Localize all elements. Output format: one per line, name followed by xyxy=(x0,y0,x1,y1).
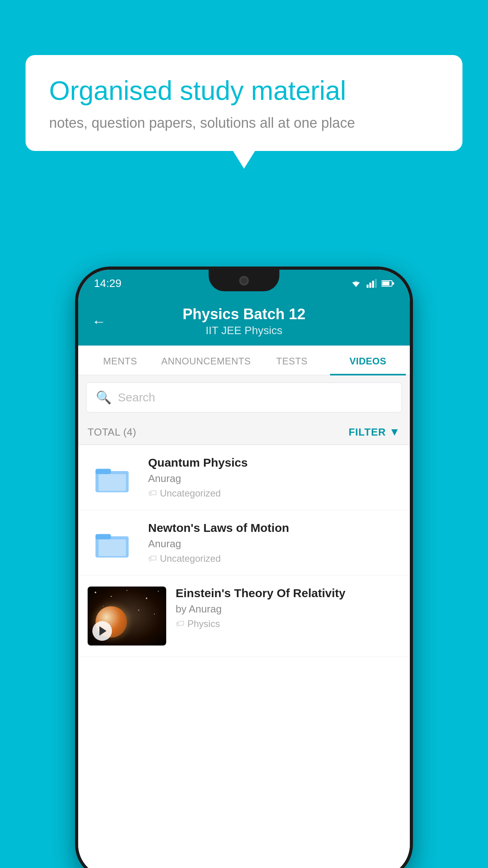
svg-point-19 xyxy=(146,598,147,599)
tag-icon: 🏷 xyxy=(148,488,157,498)
svg-rect-3 xyxy=(367,285,369,288)
tab-videos[interactable]: VIDEOS xyxy=(330,346,406,375)
status-icons xyxy=(350,279,394,288)
tag-label: Uncategorized xyxy=(160,488,221,499)
filter-button[interactable]: FILTER ▼ xyxy=(349,426,400,438)
svg-rect-9 xyxy=(393,282,394,285)
item-thumbnail xyxy=(88,458,139,497)
header-subtitle: IIT JEE Physics xyxy=(205,324,283,337)
bubble-title: Organised study material xyxy=(49,75,439,107)
search-placeholder: Search xyxy=(118,391,155,404)
svg-rect-14 xyxy=(95,534,111,539)
wifi-icon xyxy=(350,279,362,288)
list-item[interactable]: Quantum Physics Anurag 🏷 Uncategorized xyxy=(78,445,410,510)
signal-icon xyxy=(367,279,377,288)
item-thumbnail xyxy=(88,523,139,563)
filter-icon: ▼ xyxy=(389,426,400,438)
tab-ments[interactable]: MENTS xyxy=(82,346,158,375)
svg-point-17 xyxy=(111,596,112,597)
svg-rect-11 xyxy=(95,469,111,474)
svg-rect-15 xyxy=(99,539,126,556)
tab-tests[interactable]: TESTS xyxy=(254,346,330,375)
item-tag: 🏷 Uncategorized xyxy=(148,488,400,499)
item-tag: 🏷 Physics xyxy=(176,618,400,629)
svg-rect-6 xyxy=(375,279,377,288)
play-triangle-icon xyxy=(99,626,106,636)
phone-notch xyxy=(209,270,279,291)
svg-point-22 xyxy=(138,610,139,611)
camera xyxy=(239,276,249,285)
tag-icon: 🏷 xyxy=(176,619,184,629)
svg-point-18 xyxy=(127,590,127,591)
svg-rect-4 xyxy=(369,283,371,288)
svg-rect-8 xyxy=(382,281,389,285)
item-info: Einstein's Theory Of Relativity by Anura… xyxy=(176,587,400,629)
tag-label: Uncategorized xyxy=(160,553,221,564)
filter-row: TOTAL (4) FILTER ▼ xyxy=(78,419,410,445)
item-author: Anurag xyxy=(148,538,400,550)
list-item[interactable]: Newton's Laws of Motion Anurag 🏷 Uncateg… xyxy=(78,510,410,576)
item-info: Quantum Physics Anurag 🏷 Uncategorized xyxy=(148,456,400,499)
item-title: Einstein's Theory Of Relativity xyxy=(176,587,400,600)
app-header: ← Physics Batch 12 IIT JEE Physics xyxy=(78,297,410,346)
svg-point-23 xyxy=(154,614,155,614)
bubble-subtitle: notes, question papers, solutions all at… xyxy=(49,115,439,131)
svg-rect-12 xyxy=(99,474,126,491)
item-info: Newton's Laws of Motion Anurag 🏷 Uncateg… xyxy=(148,521,400,564)
search-container: 🔍 Search xyxy=(78,375,410,419)
tab-announcements[interactable]: ANNOUNCEMENTS xyxy=(158,346,254,375)
search-bar[interactable]: 🔍 Search xyxy=(86,383,402,412)
video-list: Quantum Physics Anurag 🏷 Uncategorized xyxy=(78,445,410,868)
svg-point-20 xyxy=(158,591,159,592)
tag-icon: 🏷 xyxy=(148,554,157,564)
filter-label: FILTER xyxy=(349,426,386,438)
speech-bubble: Organised study material notes, question… xyxy=(26,55,462,151)
phone-frame: 14:29 xyxy=(75,267,413,868)
svg-point-16 xyxy=(95,592,96,593)
total-count: TOTAL (4) xyxy=(88,426,136,438)
play-button[interactable] xyxy=(92,621,112,641)
item-title: Newton's Laws of Motion xyxy=(148,521,400,535)
svg-rect-5 xyxy=(372,281,374,288)
folder-icon xyxy=(92,460,135,495)
status-time: 14:29 xyxy=(94,277,121,290)
video-thumbnail xyxy=(88,587,166,645)
folder-icon xyxy=(92,525,135,561)
list-item[interactable]: Einstein's Theory Of Relativity by Anura… xyxy=(78,576,410,657)
item-tag: 🏷 Uncategorized xyxy=(148,553,400,564)
item-title: Quantum Physics xyxy=(148,456,400,469)
search-icon: 🔍 xyxy=(96,390,112,405)
item-author: Anurag xyxy=(148,473,400,485)
back-button[interactable]: ← xyxy=(92,313,106,330)
item-author: by Anurag xyxy=(176,603,400,615)
svg-point-21 xyxy=(103,606,104,607)
tab-bar: MENTS ANNOUNCEMENTS TESTS VIDEOS xyxy=(78,346,410,375)
tag-label: Physics xyxy=(187,618,220,629)
battery-icon xyxy=(382,280,394,287)
header-title: Physics Batch 12 xyxy=(183,306,306,323)
